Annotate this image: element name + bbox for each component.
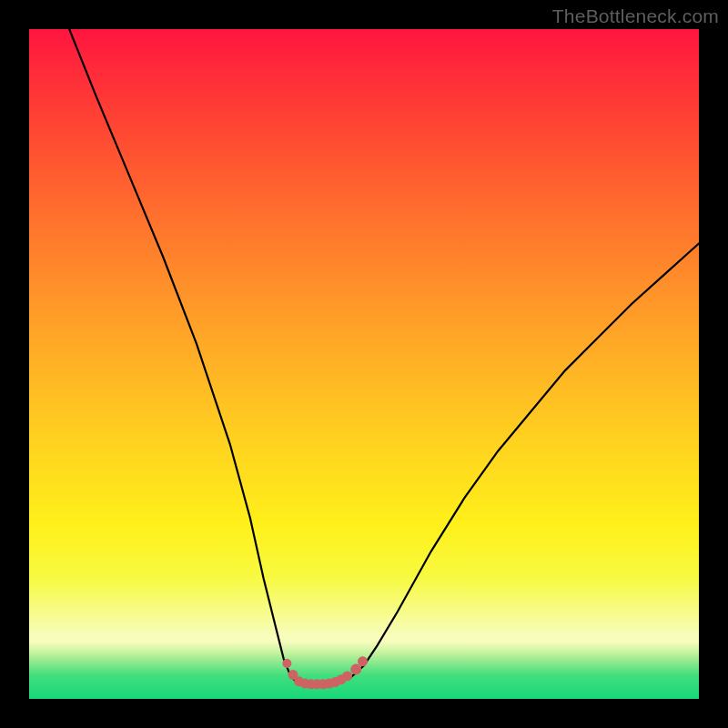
marker-dot — [358, 656, 368, 666]
chart-frame: TheBottleneck.com — [0, 0, 728, 728]
watermark-text: TheBottleneck.com — [552, 5, 719, 27]
bottleneck-curve — [69, 29, 699, 684]
marker-dot — [342, 671, 352, 681]
curve-svg — [29, 29, 699, 699]
plot-area — [29, 29, 699, 699]
marker-dot — [282, 659, 291, 668]
marker-dot — [350, 664, 361, 675]
bottom-cluster — [282, 656, 368, 689]
